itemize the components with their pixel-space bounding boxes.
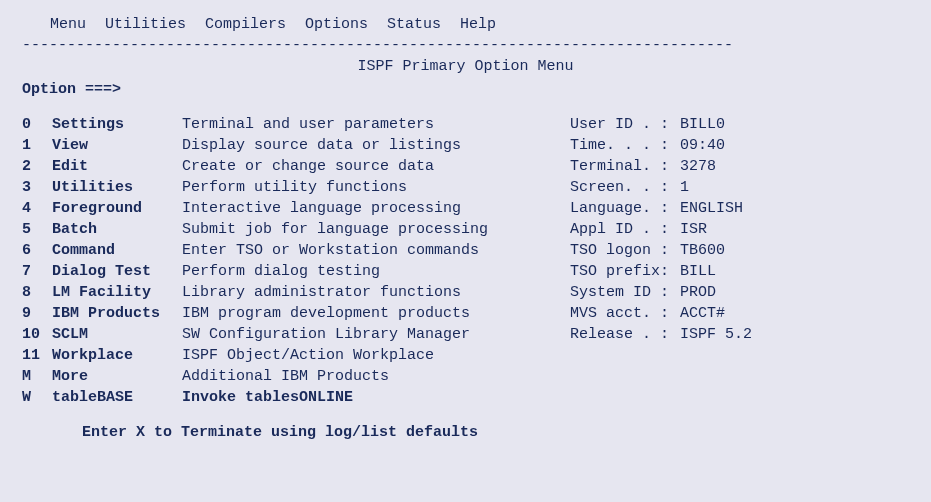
info-row: Terminal. : 3278 <box>570 156 909 177</box>
option-name: Workplace <box>52 345 182 366</box>
info-value: 09:40 <box>680 135 725 156</box>
info-value: ISR <box>680 219 707 240</box>
info-label: TSO prefix: <box>570 261 680 282</box>
menu-item-help[interactable]: Help <box>460 14 496 35</box>
option-name: Utilities <box>52 177 182 198</box>
option-name: SCLM <box>52 324 182 345</box>
info-label: Language. : <box>570 198 680 219</box>
option-row[interactable]: 0SettingsTerminal and user parameters <box>22 114 570 135</box>
info-value: TB600 <box>680 240 725 261</box>
option-description: Invoke tablesONLINE <box>182 387 353 408</box>
option-description: Submit job for language processing <box>182 219 488 240</box>
option-number: 5 <box>22 219 52 240</box>
info-value: 3278 <box>680 156 716 177</box>
option-name: Edit <box>52 156 182 177</box>
option-number: 2 <box>22 156 52 177</box>
option-number: 11 <box>22 345 52 366</box>
option-number: 10 <box>22 324 52 345</box>
info-label: Screen. . : <box>570 177 680 198</box>
option-row[interactable]: 10SCLMSW Configuration Library Manager <box>22 324 570 345</box>
info-label: MVS acct. : <box>570 303 680 324</box>
info-label: User ID . : <box>570 114 680 135</box>
option-row[interactable]: 2EditCreate or change source data <box>22 156 570 177</box>
info-row: Release . : ISPF 5.2 <box>570 324 909 345</box>
option-name: IBM Products <box>52 303 182 324</box>
menu-item-options[interactable]: Options <box>305 14 368 35</box>
option-number: M <box>22 366 52 387</box>
option-number: 7 <box>22 261 52 282</box>
info-value: 1 <box>680 177 689 198</box>
option-name: Dialog Test <box>52 261 182 282</box>
option-description: Create or change source data <box>182 156 434 177</box>
option-number: 9 <box>22 303 52 324</box>
option-description: Additional IBM Products <box>182 366 389 387</box>
info-row: User ID . : BILL0 <box>570 114 909 135</box>
option-number: 6 <box>22 240 52 261</box>
option-row[interactable]: 4ForegroundInteractive language processi… <box>22 198 570 219</box>
option-name: View <box>52 135 182 156</box>
menu-item-menu[interactable]: Menu <box>50 14 86 35</box>
option-description: Enter TSO or Workstation commands <box>182 240 479 261</box>
option-row[interactable]: 7Dialog TestPerform dialog testing <box>22 261 570 282</box>
option-row[interactable]: 1ViewDisplay source data or listings <box>22 135 570 156</box>
info-label: Terminal. : <box>570 156 680 177</box>
info-value: PROD <box>680 282 716 303</box>
option-row[interactable]: 5BatchSubmit job for language processing <box>22 219 570 240</box>
option-number: 3 <box>22 177 52 198</box>
divider-rule: ----------------------------------------… <box>22 35 909 56</box>
option-row[interactable]: 3UtilitiesPerform utility functions <box>22 177 570 198</box>
info-row: Language. : ENGLISH <box>570 198 909 219</box>
option-description: Library administrator functions <box>182 282 461 303</box>
info-row: MVS acct. : ACCT# <box>570 303 909 324</box>
option-description: Perform utility functions <box>182 177 407 198</box>
option-prompt: Option ===> <box>22 81 121 98</box>
option-number: 8 <box>22 282 52 303</box>
info-label: Appl ID . : <box>570 219 680 240</box>
option-name: More <box>52 366 182 387</box>
info-value: ISPF 5.2 <box>680 324 752 345</box>
option-row[interactable]: 8LM FacilityLibrary administrator functi… <box>22 282 570 303</box>
option-name: Settings <box>52 114 182 135</box>
menu-item-status[interactable]: Status <box>387 14 441 35</box>
info-row: Screen. . : 1 <box>570 177 909 198</box>
option-line: Option ===> <box>22 79 909 100</box>
info-value: ACCT# <box>680 303 725 324</box>
info-row: TSO logon : TB600 <box>570 240 909 261</box>
option-description: Terminal and user parameters <box>182 114 434 135</box>
option-description: Interactive language processing <box>182 198 461 219</box>
menu-item-utilities[interactable]: Utilities <box>105 14 186 35</box>
option-name: Foreground <box>52 198 182 219</box>
info-row: System ID : PROD <box>570 282 909 303</box>
info-label: Release . : <box>570 324 680 345</box>
option-description: SW Configuration Library Manager <box>182 324 470 345</box>
options-list: 0SettingsTerminal and user parameters1Vi… <box>22 114 570 408</box>
option-input[interactable] <box>130 79 330 100</box>
menu-item-compilers[interactable]: Compilers <box>205 14 286 35</box>
option-description: Perform dialog testing <box>182 261 380 282</box>
info-label: Time. . . : <box>570 135 680 156</box>
option-number: 4 <box>22 198 52 219</box>
option-row[interactable]: WtableBASEInvoke tablesONLINE <box>22 387 570 408</box>
option-description: Display source data or listings <box>182 135 461 156</box>
page-title: ISPF Primary Option Menu <box>22 56 909 77</box>
option-description: IBM program development products <box>182 303 470 324</box>
option-name: Batch <box>52 219 182 240</box>
info-row: TSO prefix: BILL <box>570 261 909 282</box>
info-label: TSO logon : <box>570 240 680 261</box>
option-row[interactable]: 9IBM ProductsIBM program development pro… <box>22 303 570 324</box>
info-panel: User ID . : BILL0Time. . . : 09:40Termin… <box>570 114 909 408</box>
option-name: LM Facility <box>52 282 182 303</box>
option-row[interactable]: 6CommandEnter TSO or Workstation command… <box>22 240 570 261</box>
option-name: tableBASE <box>52 387 182 408</box>
menubar: MenuUtilitiesCompilersOptionsStatusHelp <box>22 14 909 35</box>
option-row[interactable]: 11WorkplaceISPF Object/Action Workplace <box>22 345 570 366</box>
option-number: W <box>22 387 52 408</box>
option-number: 0 <box>22 114 52 135</box>
option-name: Command <box>52 240 182 261</box>
footer-hint: Enter X to Terminate using log/list defa… <box>22 422 909 443</box>
option-description: ISPF Object/Action Workplace <box>182 345 434 366</box>
info-value: BILL <box>680 261 716 282</box>
info-value: BILL0 <box>680 114 725 135</box>
info-row: Appl ID . : ISR <box>570 219 909 240</box>
option-row[interactable]: MMoreAdditional IBM Products <box>22 366 570 387</box>
